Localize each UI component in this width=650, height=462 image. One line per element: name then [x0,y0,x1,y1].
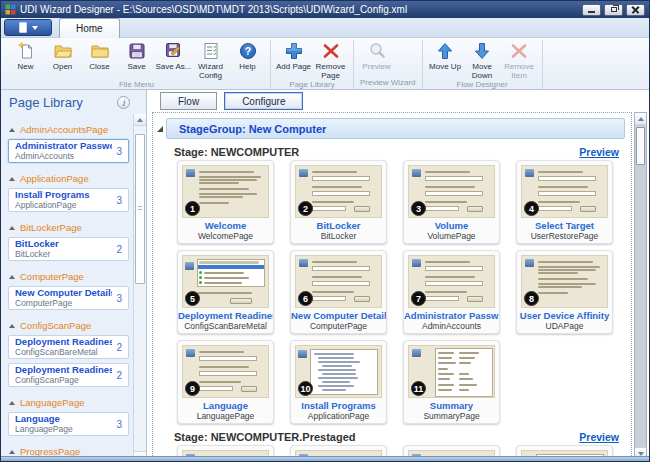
move-up-icon [435,41,455,61]
move-down-button[interactable]: Move Down [464,40,501,80]
info-icon[interactable] [117,96,130,109]
page-library-item[interactable]: Install ProgramsApplicationPage3 [8,188,129,212]
flow-page-card[interactable]: 1WelcomeWelcomePage [177,160,274,244]
save-as-button[interactable]: Save As... [155,40,192,71]
close-folder-icon [90,41,110,61]
page-library-group-header[interactable]: ApplicationPage [9,173,131,184]
flow-page-card[interactable]: 6New Computer DetailsComputerPage [290,250,387,334]
svg-text:?: ? [244,45,250,57]
remove-page-button[interactable]: Remove Page [312,40,349,80]
flow-page-card[interactable]: 10Install ProgramsApplicationPage [290,340,387,424]
stage-content: StageGroup: New Computer Stage: NEWCOMPU… [152,112,632,460]
page-library-group-header[interactable]: AdminAccountsPage [9,124,131,135]
page-number-badge: 10 [298,381,313,396]
flow-page-card[interactable]: 9LanguageLanguagePage [177,340,274,424]
expander-icon[interactable] [157,126,163,132]
page-library-item[interactable]: Deployment ReadinessConfigScanPage2 [8,363,129,387]
page-type: ConfigScanBareMetal [178,321,273,331]
flow-page-card[interactable]: 2BitLockerBitLocker [290,160,387,244]
preview-icon [367,41,387,61]
page-library-item[interactable]: Administrator PasswordAdminAccounts3 [8,139,129,163]
scrollbar-thumb[interactable] [135,134,145,284]
page-count: 3 [116,146,122,157]
help-icon: ? [238,41,258,61]
flow-page-card[interactable]: 8User Device AffinityUDAPage [516,250,613,334]
page-library-group-header[interactable]: BitLockerPage [9,222,131,233]
page-library-group-header[interactable]: LanguagePage [9,397,131,408]
save-button[interactable]: Save [118,40,155,71]
page-thumbnail: 9 [182,345,269,398]
tab-flow[interactable]: Flow [160,92,217,110]
page-library-group-header[interactable]: ConfigScanPage [9,320,131,331]
close-button[interactable]: Close [81,40,118,71]
close-icon[interactable] [626,4,645,16]
flow-page-card[interactable]: 5Deployment ReadinessConfigScanBareMetal [177,250,274,334]
minimize-icon[interactable] [582,4,601,16]
app-window: UDI Wizard Designer - E:\Sources\OSD\MDT… [0,0,650,462]
add-page-button[interactable]: Add Page [275,40,312,71]
add-page-icon [284,41,304,61]
tab-configure[interactable]: Configure [224,92,303,110]
restore-icon[interactable] [604,4,623,16]
ribbon-button-label: Wizard Config [192,62,229,80]
page-library-item[interactable]: LanguageLanguagePage3 [8,412,129,436]
document-icon [19,22,27,33]
ribbon-button-label: Move Up [429,62,461,71]
stage-label: Stage: NEWCOMPUTER [174,146,299,158]
page-number-badge: 3 [411,201,426,216]
application-menu-button[interactable] [4,19,52,36]
window-title: UDI Wizard Designer - E:\Sources\OSD\MDT… [20,4,578,15]
wizard-config-button[interactable]: Wizard Config [192,40,229,80]
ribbon-button-label: Close [89,62,109,71]
stage-preview-link[interactable]: Preview [579,146,619,158]
page-library-item[interactable]: New Computer DetailsComputerPage3 [8,286,129,310]
page-number-badge: 8 [524,291,539,306]
page-title: BitLocker [291,220,386,231]
help-button[interactable]: ?Help [229,40,266,71]
preview-button[interactable]: Preview [358,40,395,71]
group-name: LanguagePage [20,397,84,408]
stage-group-title: StageGroup: New Computer [179,123,326,135]
page-number-badge: 2 [298,201,313,216]
page-thumbnail: 10 [295,345,382,398]
scroll-up-icon[interactable] [635,113,646,125]
remove-item-button[interactable]: Remove Item [501,40,538,80]
page-type: AdminAccounts [404,321,499,331]
page-library-item[interactable]: Deployment ReadinessConfigScanBareMetal2 [8,335,129,359]
page-library-list: AdminAccountsPageAdministrator PasswordA… [1,114,133,462]
page-type: ConfigScanBareMetal [15,348,112,358]
move-up-button[interactable]: Move Up [427,40,464,71]
ribbon-tab-row: Home [1,18,649,38]
page-library-item[interactable]: BitLockerBitLocker2 [8,237,129,261]
scrollbar-thumb[interactable] [636,127,645,165]
group-name: ApplicationPage [20,173,89,184]
tab-home[interactable]: Home [59,18,120,38]
page-number-badge: 1 [185,201,200,216]
flow-page-card[interactable]: 7Administrator Passw...AdminAccounts [403,250,500,334]
page-thumbnail: 8 [521,255,608,308]
page-number-badge: 7 [411,291,426,306]
collapse-arrow-icon [9,177,15,181]
body: Page Library AdminAccountsPageAdministra… [1,90,649,462]
page-thumbnail: 7 [408,255,495,308]
ribbon-button-label: Save [127,62,145,71]
new-button[interactable]: New [7,40,44,71]
flow-page-card[interactable]: 4Select TargetUserRestorePage [516,160,613,244]
window-frame-bottom [1,456,649,461]
group-name: ConfigScanPage [20,320,91,331]
page-library-group-header[interactable]: ComputerPage [9,271,131,282]
open-button[interactable]: Open [44,40,81,71]
chevron-down-icon [32,26,38,30]
stage-group-header[interactable]: StageGroup: New Computer [166,118,625,139]
main-scrollbar[interactable] [634,112,647,460]
flow-page-card[interactable]: 11SummarySummaryPage [403,340,500,424]
scroll-up-icon[interactable] [134,114,146,126]
flow-page-card[interactable]: 3VolumeVolumePage [403,160,500,244]
ribbon-button-label: New [17,62,33,71]
page-title: New Computer Details [291,310,386,321]
sidebar-scrollbar[interactable] [133,114,146,462]
stage-preview-link[interactable]: Preview [579,431,619,443]
page-title: Language [15,414,112,425]
page-count: 3 [116,419,122,430]
page-type: ApplicationPage [291,411,386,421]
